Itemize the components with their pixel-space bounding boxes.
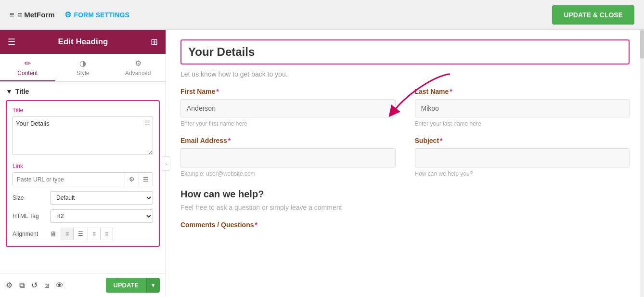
advanced-tab-icon: ⚙ (135, 59, 142, 68)
size-select[interactable]: Default Small Medium Large XL XXL (50, 191, 153, 205)
form-fields-grid: First Name* Anderson Enter your first na… (180, 88, 630, 177)
form-settings-gear-icon: ⚙ (64, 10, 71, 19)
subject-field-group: Subject* How can we help you? (415, 137, 630, 177)
section2-desc: Feel free to ask a question or simply le… (180, 204, 630, 211)
title-section-header: ▼ Title (6, 88, 160, 95)
html-tag-select[interactable]: H1 H2 H3 H4 H5 H6 div span p (50, 209, 153, 223)
collapse-arrow-icon[interactable]: ▼ (6, 88, 13, 95)
eye-toolbar-icon[interactable]: 👁 (56, 281, 64, 290)
last-name-hint: Enter your last name here (415, 120, 630, 127)
advanced-tab-label: Advanced (125, 70, 151, 77)
first-name-required-star: * (216, 88, 219, 95)
first-name-input[interactable]: Anderson (180, 99, 396, 117)
last-name-label: Last Name* (415, 88, 630, 95)
metform-menu-icon: ≡ (10, 11, 14, 19)
tab-advanced[interactable]: ⚙ Advanced (110, 54, 166, 81)
link-field-label: Link (13, 163, 153, 169)
title-section-label: Title (15, 88, 29, 95)
subject-input[interactable] (415, 148, 630, 168)
tab-content[interactable]: ✏ Content (0, 54, 55, 81)
subject-hint: How can we help you? (415, 170, 630, 177)
tabs-row: ✏ Content ◑ Style ⚙ Advanced (0, 54, 166, 82)
heading-box: Your Details (180, 39, 630, 65)
first-name-field-group: First Name* Anderson Enter your first na… (180, 88, 396, 127)
left-panel: ☰ Edit Heading ⊞ ✏ Content ◑ Style ⚙ Adv… (0, 30, 166, 297)
title-textarea-wrapper: Your Details ☰ (13, 116, 153, 157)
update-button-group: UPDATE ▾ (106, 278, 160, 293)
alignment-field-group: Alignment 🖥 ≡ ☰ ≡ ≡ (13, 228, 153, 240)
last-name-required-star: * (450, 88, 452, 95)
size-label: Size (13, 194, 46, 201)
content-tab-label: Content (17, 70, 38, 77)
comments-label: Comments / Questions* (180, 221, 630, 229)
panel-content: ▼ Title Title Your Details ☰ Link (0, 82, 166, 273)
textarea-menu-icon: ☰ (144, 119, 150, 127)
top-bar: ≡ ≡ MetForm ⚙ FORM SETTINGS UPDATE & CLO… (0, 0, 644, 30)
tab-style[interactable]: ◑ Style (55, 54, 111, 81)
title-field-label: Title (13, 107, 153, 114)
title-field-group: Title Your Details ☰ (13, 107, 153, 157)
link-menu-icon[interactable]: ☰ (139, 173, 153, 186)
bottom-toolbar: ⚙ ⧉ ↺ ⧇ 👁 UPDATE ▾ (0, 273, 166, 297)
style-tab-icon: ◑ (79, 59, 86, 68)
grid-icon[interactable]: ⊞ (151, 37, 158, 47)
panel-header: ☰ Edit Heading ⊞ (0, 30, 166, 54)
align-left-button[interactable]: ≡ (61, 228, 74, 240)
scrollbar-thumb[interactable] (640, 30, 644, 59)
form-settings-link[interactable]: ⚙ FORM SETTINGS (64, 10, 129, 19)
monitor-icon: 🖥 (50, 230, 57, 238)
last-name-field-group: Last Name* Mikoo Enter your last name he… (415, 88, 630, 127)
first-name-hint: Enter your first name here (180, 120, 396, 127)
first-name-label: First Name* (180, 88, 396, 95)
top-bar-left: ≡ ≡ MetForm ⚙ FORM SETTINGS (10, 10, 129, 19)
metform-label: ≡ MetForm (18, 11, 54, 19)
align-right-button[interactable]: ≡ (88, 228, 101, 240)
subject-required-star: * (440, 137, 442, 144)
alignment-buttons: ≡ ☰ ≡ ≡ (61, 228, 113, 240)
history-toolbar-icon[interactable]: ↺ (31, 281, 38, 290)
scrollbar-track[interactable] (640, 30, 644, 297)
comments-required-star: * (255, 221, 257, 229)
email-required-star: * (228, 137, 231, 144)
duplicate-toolbar-icon[interactable]: ⧇ (44, 281, 49, 290)
link-input[interactable] (13, 173, 125, 186)
link-field-group: Link ⚙ ☰ (13, 163, 153, 186)
email-label: Email Address* (180, 137, 396, 144)
content-tab-icon: ✏ (25, 59, 31, 68)
email-input[interactable] (180, 148, 396, 168)
size-field-group: Size Default Small Medium Large XL XXL (13, 191, 153, 205)
sub-heading: Let us know how to get back to you. (180, 70, 630, 78)
title-section-body: Title Your Details ☰ Link ⚙ ☰ (6, 100, 160, 247)
update-caret-button[interactable]: ▾ (146, 278, 160, 293)
panel-header-title: Edit Heading (58, 37, 108, 47)
update-close-button[interactable]: UPDATE & CLOSE (552, 5, 634, 25)
link-settings-icon[interactable]: ⚙ (125, 173, 139, 186)
style-tab-label: Style (77, 70, 90, 77)
settings-toolbar-icon[interactable]: ⚙ (6, 281, 13, 290)
title-textarea[interactable]: Your Details (13, 116, 153, 155)
layers-toolbar-icon[interactable]: ⧉ (19, 281, 25, 290)
main-area: ☰ Edit Heading ⊞ ✏ Content ◑ Style ⚙ Adv… (0, 30, 644, 297)
link-input-row: ⚙ ☰ (13, 172, 153, 186)
section2-title: How can we help? (180, 189, 630, 200)
email-hint: Example: user@website.com (180, 170, 396, 177)
html-tag-field-group: HTML Tag H1 H2 H3 H4 H5 H6 div span p (13, 209, 153, 223)
panel-collapse-handle[interactable]: ‹ (162, 156, 170, 171)
main-heading: Your Details (188, 45, 622, 59)
subject-label: Subject* (415, 137, 630, 144)
metform-logo: ≡ ≡ MetForm (10, 11, 55, 19)
align-justify-button[interactable]: ≡ (101, 228, 113, 240)
right-panel: Your Details Let us know how to get back… (166, 30, 644, 297)
email-field-group: Email Address* Example: user@website.com (180, 137, 396, 177)
align-center-button[interactable]: ☰ (74, 228, 88, 240)
form-settings-label: FORM SETTINGS (74, 11, 129, 19)
last-name-input[interactable]: Mikoo (415, 99, 630, 117)
alignment-label: Alignment (13, 231, 46, 237)
html-tag-label: HTML Tag (13, 213, 46, 220)
update-button[interactable]: UPDATE (106, 278, 146, 293)
hamburger-icon[interactable]: ☰ (8, 37, 15, 47)
